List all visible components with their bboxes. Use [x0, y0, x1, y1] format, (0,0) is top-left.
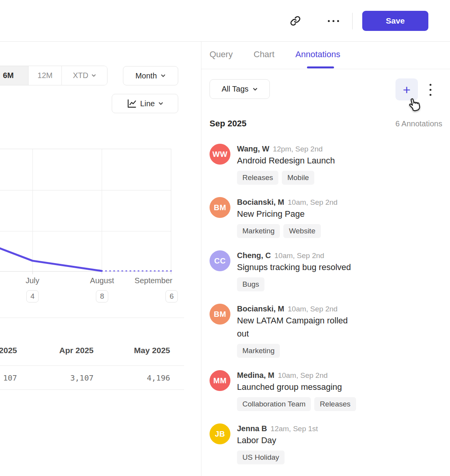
annotation-body: Jenna B 12am, Sep 1st Labor Day US Holid… [237, 423, 318, 464]
tag-pill[interactable]: Collaboration Team [237, 397, 311, 411]
link-icon [290, 15, 301, 27]
line-chart-plot-area[interactable] [0, 149, 171, 272]
annotation-timestamp: 10am, Sep 2nd [278, 371, 328, 381]
add-annotation-button[interactable]: + [395, 78, 418, 100]
x-axis-tick [32, 272, 33, 274]
annotation-timestamp: 10am, Sep 2nd [274, 251, 324, 261]
annotation-body: Bocianski, M 10am, Sep 2nd New Pricing P… [237, 197, 338, 238]
annotation-item[interactable]: MM Medina, M 10am, Sep 2nd Launched grou… [210, 370, 368, 411]
table-header-apr-2025: Apr 2025 [16, 346, 94, 357]
annotation-author: Medina, M [237, 370, 274, 380]
avatar: JB [210, 423, 230, 444]
table-header-may-2025: May 2025 [93, 346, 170, 357]
avatar: BM [210, 197, 230, 218]
table-value-apr-2025: 3,107 [16, 373, 94, 385]
tag-filter-dropdown-button[interactable]: All Tags [210, 79, 270, 99]
annotations-panel: Query Chart Annotations All Tags + Sep 2… [201, 42, 450, 476]
annotation-title: Labor Day [237, 434, 318, 447]
chart-type-dropdown-button[interactable]: Line [112, 94, 178, 113]
tag-pill[interactable]: Releases [237, 171, 278, 185]
kebab-icon [430, 89, 431, 91]
table-border-top [0, 318, 184, 318]
annotation-body: Cheng, C 10am, Sep 2nd Signups tracking … [237, 250, 351, 291]
section-month-label: Sep 2025 [210, 119, 246, 129]
kebab-icon [430, 84, 431, 86]
x-axis-label-july: July [5, 276, 60, 285]
annotation-author: Bocianski, M [237, 197, 284, 207]
avatar: BM [210, 304, 230, 325]
annotation-author: Wang, W [237, 144, 269, 154]
annotation-body: Medina, M 10am, Sep 2nd Launched group m… [237, 370, 356, 411]
header-divider [352, 13, 353, 29]
annotation-title: New LATAM Campaign rolled out [237, 314, 359, 340]
x-axis-label-august: August [75, 276, 129, 285]
tab-chart[interactable]: Chart [254, 49, 274, 60]
ellipsis-icon [337, 20, 339, 22]
date-range-segmented-control: 6M 12M XTD [0, 66, 107, 85]
annotation-item[interactable]: JB Jenna B 12am, Sep 1st Labor Day US Ho… [210, 423, 368, 464]
line-chart-icon [126, 99, 137, 109]
annotation-timestamp: 10am, Sep 2nd [288, 304, 338, 314]
chevron-down-icon [160, 73, 166, 78]
chart-type-label: Line [140, 99, 155, 108]
range-option-12m[interactable]: 12M [29, 66, 62, 85]
annotation-body: Bocianski, M 10am, Sep 2nd New LATAM Cam… [237, 304, 359, 358]
tab-annotations[interactable]: Annotations [295, 49, 340, 60]
annotation-tags: Marketing [237, 344, 359, 358]
tag-pill[interactable]: Bugs [237, 277, 264, 291]
table-value-clipped: 107 [0, 373, 17, 385]
interval-dropdown-button[interactable]: Month [123, 66, 178, 85]
x-axis-tick [102, 272, 102, 274]
annotation-item[interactable]: BM Bocianski, M 10am, Sep 2nd New Pricin… [210, 197, 368, 238]
annotation-item[interactable]: BM Bocianski, M 10am, Sep 2nd New LATAM … [210, 304, 368, 358]
section-count-label: 6 Annotations [395, 119, 442, 128]
annotations-menu-button[interactable] [427, 82, 434, 98]
annotation-title: Launched group messaging [237, 381, 356, 394]
annotation-timestamp: 12pm, Sep 2nd [273, 144, 323, 154]
table-header-month-clipped: 2025 [0, 346, 17, 357]
tag-pill[interactable]: Marketing [237, 224, 280, 238]
annotation-tags: Bugs [237, 277, 351, 291]
range-option-6m[interactable]: 6M [0, 66, 29, 85]
chart-panel: 6M 12M XTD Month Line [0, 42, 201, 476]
annotation-title: Android Redesign Launch [237, 154, 335, 167]
panel-tab-bar: Query Chart Annotations [201, 42, 450, 69]
tag-pill[interactable]: US Holiday [237, 450, 285, 464]
range-option-xtd-label: XTD [73, 71, 89, 80]
annotation-item[interactable]: WW Wang, W 12pm, Sep 2nd Android Redesig… [210, 144, 368, 185]
kebab-icon [430, 94, 431, 96]
annotation-tags: Releases Mobile [237, 171, 335, 185]
annotation-count-badge-july[interactable]: 4 [26, 290, 39, 303]
chart-line-series [0, 149, 171, 272]
avatar: CC [210, 250, 230, 271]
tag-pill[interactable]: Mobile [282, 171, 314, 185]
annotation-author: Jenna B [237, 423, 267, 434]
copy-link-button[interactable] [288, 14, 302, 28]
tag-pill[interactable]: Marketing [237, 344, 280, 358]
annotation-count-badge-august[interactable]: 8 [96, 290, 108, 303]
annotation-item[interactable]: CC Cheng, C 10am, Sep 2nd Signups tracki… [210, 250, 368, 291]
chevron-down-icon [91, 73, 96, 78]
table-border-bottom [0, 389, 184, 390]
annotation-title: Signups tracking bug resolved [237, 261, 351, 274]
more-options-button[interactable] [324, 14, 343, 28]
tag-pill[interactable]: Website [283, 224, 320, 238]
annotation-title: New Pricing Page [237, 207, 338, 221]
chevron-down-icon [158, 101, 164, 106]
top-header-bar: Save [0, 0, 450, 42]
annotation-tags: Marketing Website [237, 224, 338, 238]
avatar: WW [210, 144, 230, 165]
tag-pill[interactable]: Releases [314, 397, 356, 411]
tab-query[interactable]: Query [210, 49, 233, 60]
ellipsis-icon [332, 20, 334, 22]
active-tab-underline [307, 66, 334, 68]
interval-label: Month [135, 71, 157, 80]
x-axis-tick [171, 272, 171, 274]
annotation-body: Wang, W 12pm, Sep 2nd Android Redesign L… [237, 144, 335, 185]
annotations-section-header: Sep 2025 6 Annotations [210, 119, 442, 129]
ellipsis-icon [328, 20, 330, 22]
save-button[interactable]: Save [362, 11, 428, 31]
annotation-count-badge-september[interactable]: 6 [165, 290, 178, 303]
avatar: MM [210, 370, 230, 391]
range-option-xtd[interactable]: XTD [62, 66, 107, 85]
